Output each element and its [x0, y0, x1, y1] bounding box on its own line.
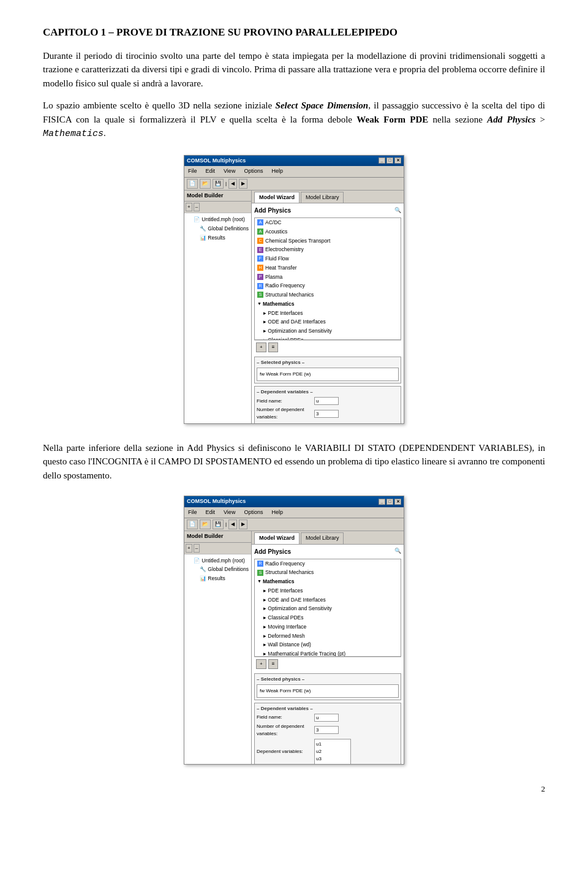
dep-var-u3: u3: [316, 755, 349, 763]
paragraph-3: Nella parte inferiore della sezione in A…: [43, 441, 545, 483]
num-dep-row1: Number of dependent variables:: [257, 406, 399, 421]
phys-struct2[interactable]: S Structural Mechanics: [255, 568, 401, 577]
back-to-btn2[interactable]: ≡: [268, 659, 279, 669]
para2-period: .: [104, 128, 106, 138]
dep-vars1: – Dependent variables – Field name: Numb…: [254, 386, 401, 423]
add-btn1[interactable]: +: [256, 342, 266, 352]
maximize-btn1[interactable]: □: [386, 157, 393, 164]
phys-optim2[interactable]: ▸ Optimization and Sensitivity: [255, 604, 401, 613]
menu-options1[interactable]: Options: [242, 167, 265, 176]
phys-pde2[interactable]: ▸ PDE Interfaces: [255, 586, 401, 595]
add-btn2[interactable]: +: [256, 659, 266, 669]
save-btn1[interactable]: 💾: [213, 179, 224, 189]
tree-item-global1[interactable]: 🔧 Global Definitions: [186, 224, 249, 233]
phys-particle2[interactable]: ▸ Mathematical Particle Tracing (pt): [255, 649, 401, 657]
menu-file1[interactable]: File: [186, 167, 199, 176]
menu-file2[interactable]: File: [186, 508, 199, 518]
tab-model-library2[interactable]: Model Library: [301, 532, 344, 544]
phys-ode2[interactable]: ▸ ODE and DAE Interfaces: [255, 595, 401, 605]
acoustics-icon1: A: [257, 229, 263, 235]
tab-model-wizard2[interactable]: Model Wizard: [254, 532, 300, 544]
phys-deformed2[interactable]: ▸ Deformed Mesh: [255, 632, 401, 641]
phys-plasma1[interactable]: P Plasma: [255, 273, 401, 282]
back-btn1[interactable]: ◀: [228, 179, 237, 189]
back-to-btn1[interactable]: ≡: [268, 342, 279, 352]
menu-edit2[interactable]: Edit: [204, 508, 217, 518]
left-panel1: Model Builder + – 📄 Untitled.mph (root) …: [184, 191, 252, 423]
tab-model-wizard1[interactable]: Model Wizard: [254, 192, 300, 203]
dep-var-u2: u2: [316, 748, 349, 755]
new-btn2[interactable]: 📄: [187, 520, 198, 529]
screenshot1-container: COMSOL Multiphysics _ □ ✕ File Edit View…: [43, 155, 545, 424]
para2-arrow: >: [535, 115, 545, 124]
phys-chemical1[interactable]: C Chemical Species Transport: [255, 236, 401, 246]
para2-pre: Lo spazio ambiente scelto è quello 3D ne…: [43, 100, 276, 110]
selected-physics-title1: – Selected physics –: [257, 359, 399, 366]
field-name-label2: Field name:: [257, 714, 312, 721]
tab-model-library1[interactable]: Model Library: [301, 192, 344, 203]
menu-view1[interactable]: View: [222, 167, 237, 176]
fwd-btn2[interactable]: ▶: [239, 520, 247, 529]
tree-add-btn1[interactable]: +: [186, 203, 192, 211]
phys-acdc1[interactable]: A AC/DC: [255, 218, 401, 227]
num-dep-input1[interactable]: [314, 410, 339, 418]
mb-label1: Model Builder: [187, 192, 224, 198]
phys-radio1[interactable]: R Radio Frequency: [255, 281, 401, 290]
open-btn1[interactable]: 📂: [200, 179, 211, 189]
phys-heat1[interactable]: H Heat Transfer: [255, 263, 401, 273]
tree-toolbar1: + –: [184, 202, 251, 213]
page-content: CAPITOLO 1 – PROVE DI TRAZIONE SU PROVIN…: [43, 25, 545, 795]
toolbar-sep2: |: [225, 521, 227, 528]
save-btn2[interactable]: 💾: [213, 520, 224, 529]
tree-item-results1[interactable]: 📊 Results: [186, 233, 249, 243]
page-number: 2: [43, 783, 545, 795]
new-btn1[interactable]: 📄: [187, 179, 198, 189]
phys-moving2[interactable]: ▸ Moving Interface: [255, 622, 401, 632]
physics-list2[interactable]: R Radio Frequency S Structural Mechanics…: [254, 559, 401, 657]
physics-list1[interactable]: A AC/DC A Acoustics C Chemical Species T…: [254, 217, 401, 340]
phys-ode1[interactable]: ▸ ODE and DAE Interfaces: [255, 317, 401, 327]
dep-vars-list2[interactable]: u1 u2 u3: [314, 739, 351, 765]
menu-help1[interactable]: Help: [270, 167, 285, 176]
open-btn2[interactable]: 📂: [200, 520, 211, 529]
phys-wall2[interactable]: ▸ Wall Distance (wd): [255, 640, 401, 649]
tree-item-root1[interactable]: 📄 Untitled.mph (root): [186, 215, 249, 224]
phys-radio2[interactable]: R Radio Frequency: [255, 559, 401, 569]
phys-fluid1[interactable]: F Fluid Flow: [255, 254, 401, 263]
tree-toolbar2: + –: [184, 543, 251, 554]
phys-math-cat1[interactable]: Mathematics: [255, 300, 401, 309]
phys-classical2[interactable]: ▸ Classical PDEs: [255, 613, 401, 622]
menu-options2[interactable]: Options: [242, 508, 265, 518]
close-btn1[interactable]: ✕: [394, 157, 401, 164]
tree-item-results2[interactable]: 📊 Results: [186, 574, 249, 583]
phys-optim1[interactable]: ▸ Optimization and Sensitivity: [255, 327, 401, 336]
phys-math-cat2[interactable]: Mathematics: [255, 577, 401, 586]
minimize-btn2[interactable]: _: [379, 499, 385, 505]
menu-view2[interactable]: View: [222, 508, 237, 518]
model-builder-title1: Model Builder: [184, 191, 251, 202]
phys-pde1[interactable]: ▸ PDE Interfaces: [255, 309, 401, 318]
field-name-input1[interactable]: [314, 397, 339, 405]
right-panel1: Model Wizard Model Library Add Physics 🔍…: [252, 191, 404, 423]
field-name-input2[interactable]: [314, 714, 339, 722]
tree-item-root2[interactable]: 📄 Untitled.mph (root): [186, 556, 249, 565]
minimize-btn1[interactable]: _: [379, 157, 385, 164]
back-btn2[interactable]: ◀: [228, 520, 237, 529]
tree-del-btn2[interactable]: –: [194, 544, 200, 553]
phys-classical1[interactable]: ▸ Classical PDEs: [255, 336, 401, 340]
tree-add-btn2[interactable]: +: [186, 544, 192, 553]
maximize-btn2[interactable]: □: [386, 499, 393, 505]
num-dep-label2: Number of dependent variables:: [257, 723, 312, 738]
menu-help2[interactable]: Help: [270, 508, 285, 518]
dep-vars-list-label2: Dependent variables:: [257, 748, 312, 755]
tree-item-global2[interactable]: 🔧 Global Definitions: [186, 565, 249, 574]
phys-electrochem1[interactable]: E Electrochemistry: [255, 245, 401, 254]
fwd-btn1[interactable]: ▶: [239, 179, 247, 189]
chemical-icon1: C: [257, 238, 263, 244]
phys-acoustics1[interactable]: A Acoustics: [255, 227, 401, 236]
phys-struct1[interactable]: S Structural Mechanics: [255, 290, 401, 300]
tree-del-btn1[interactable]: –: [194, 203, 200, 211]
num-dep-input2[interactable]: [314, 726, 339, 734]
menu-edit1[interactable]: Edit: [204, 167, 217, 176]
close-btn2[interactable]: ✕: [394, 499, 401, 505]
